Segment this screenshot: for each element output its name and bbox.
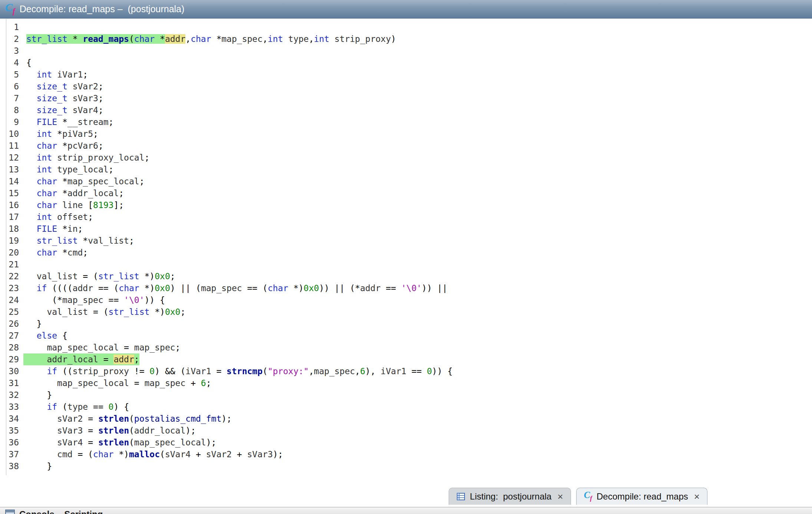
decompiler-code-panel[interactable]: 12str_list * read_maps(char *addr,char *… [6, 19, 812, 475]
code-line-text[interactable]: size_t sVar2; [23, 80, 103, 92]
code-line-text[interactable]: (*map_spec == '\0')) { [23, 294, 165, 306]
code-line[interactable]: 10 int *piVar5; [6, 128, 812, 140]
code-line-text[interactable]: FILE *__stream; [23, 116, 113, 128]
line-number: 5 [6, 69, 23, 80]
code-line[interactable]: 1 [6, 21, 812, 33]
code-line-text[interactable]: sVar4 = strlen(map_spec_local); [23, 436, 216, 448]
code-line-text[interactable]: if ((strip_proxy != 0) && (iVar1 = strnc… [23, 365, 452, 377]
code-line-text[interactable]: } [23, 389, 52, 401]
code-line[interactable]: 36 sVar4 = strlen(map_spec_local); [6, 436, 812, 448]
code-line-text[interactable]: addr_local = addr; [23, 353, 139, 365]
code-line-text[interactable]: val_list = (str_list *)0x0; [23, 306, 185, 318]
code-line-text[interactable]: val_list = (str_list *)0x0; [23, 270, 175, 282]
code-line[interactable]: 15 char *addr_local; [6, 187, 812, 199]
code-line[interactable]: 9 FILE *__stream; [6, 116, 812, 128]
code-line[interactable]: 18 FILE *in; [6, 223, 812, 235]
code-line[interactable]: 35 sVar3 = strlen(addr_local); [6, 425, 812, 436]
code-line[interactable]: 4{ [6, 57, 812, 69]
code-token: strlen [98, 438, 129, 447]
code-token: map_spec [221, 34, 263, 44]
code-token: size_t [37, 105, 67, 115]
code-line[interactable]: 17 int offset; [6, 211, 812, 223]
console-header[interactable]: Console – Scripting [0, 507, 812, 514]
code-token: , [185, 34, 191, 44]
code-line-text[interactable]: FILE *in; [23, 223, 83, 235]
code-line-text[interactable]: char *cmd; [23, 247, 88, 258]
code-line-text[interactable]: else { [23, 330, 67, 342]
code-token: == [103, 295, 124, 305]
tab-close-icon[interactable]: × [557, 492, 563, 501]
code-line[interactable]: 30 if ((strip_proxy != 0) && (iVar1 = st… [6, 365, 812, 377]
code-line-text[interactable]: int iVar1; [23, 69, 88, 80]
code-line[interactable]: 28 map_spec_local = map_spec; [6, 342, 812, 353]
code-line[interactable]: 5 int iVar1; [6, 69, 812, 80]
code-line[interactable]: 8 size_t sVar4; [6, 104, 812, 116]
code-line-text[interactable]: } [23, 318, 42, 330]
code-line-text[interactable]: } [23, 460, 52, 472]
code-token [26, 153, 37, 162]
code-line-text[interactable]: if ((((addr == (char *)0x0) || (map_spec… [23, 282, 448, 294]
tab-decompile[interactable]: Cf Decompile: read_maps × [576, 488, 707, 505]
code-line[interactable]: 38 } [6, 460, 812, 472]
code-line-text[interactable]: str_list * read_maps(char *addr,char *ma… [23, 33, 396, 45]
code-line[interactable]: 11 char *pcVar6; [6, 140, 812, 152]
code-line-text[interactable]: if (type == 0) { [23, 401, 129, 413]
code-line[interactable]: 29 addr_local = addr; [6, 353, 812, 365]
line-number: 28 [6, 342, 23, 353]
code-token: (((( [47, 283, 72, 293]
code-line[interactable]: 25 val_list = (str_list *)0x0; [6, 306, 812, 318]
tab-listing[interactable]: Listing: postjournala × [449, 488, 571, 505]
code-token [57, 200, 62, 210]
code-line-text[interactable]: char *pcVar6; [23, 140, 103, 152]
code-line-text[interactable]: map_spec_local = map_spec; [23, 342, 180, 353]
tab-close-icon[interactable]: × [694, 492, 700, 501]
code-line-text[interactable]: int type_local; [23, 164, 113, 175]
code-line[interactable]: 16 char line [8193]; [6, 199, 812, 211]
code-line[interactable]: 19 str_list *val_list; [6, 235, 812, 247]
code-line-text[interactable]: int strip_proxy_local; [23, 152, 149, 164]
code-line-text[interactable]: cmd = (char *)malloc(sVar4 + sVar2 + sVa… [23, 448, 283, 460]
code-line[interactable]: 20 char *cmd; [6, 247, 812, 258]
code-line[interactable]: 26 } [6, 318, 812, 330]
code-line[interactable]: 13 int type_local; [6, 164, 812, 175]
code-line[interactable]: 22 val_list = (str_list *)0x0; [6, 270, 812, 282]
code-token: *) [149, 307, 165, 317]
code-token: ); [206, 438, 217, 447]
code-line-text[interactable] [23, 21, 26, 33]
code-line-text[interactable]: map_spec_local = map_spec + 6; [23, 377, 211, 389]
code-line[interactable]: 37 cmd = (char *)malloc(sVar4 + sVar2 + … [6, 448, 812, 460]
code-token [26, 177, 37, 186]
code-line-text[interactable]: char *addr_local; [23, 187, 124, 199]
code-line-text[interactable]: char line [8193]; [23, 199, 124, 211]
code-line[interactable]: 6 size_t sVar2; [6, 80, 812, 92]
code-line-text[interactable]: str_list *val_list; [23, 235, 134, 247]
code-line[interactable]: 33 if (type == 0) { [6, 401, 812, 413]
code-line[interactable]: 23 if ((((addr == (char *)0x0) || (map_s… [6, 282, 812, 294]
code-line-text[interactable]: size_t sVar3; [23, 92, 103, 104]
code-line-text[interactable]: sVar3 = strlen(addr_local); [23, 425, 196, 436]
code-line[interactable]: 12 int strip_proxy_local; [6, 152, 812, 164]
code-line[interactable]: 14 char *map_spec_local; [6, 175, 812, 187]
code-line[interactable]: 24 (*map_spec == '\0')) { [6, 294, 812, 306]
code-line-text[interactable] [23, 258, 26, 270]
code-line-text[interactable]: char *map_spec_local; [23, 175, 145, 187]
code-line[interactable]: 32 } [6, 389, 812, 401]
code-line[interactable]: 7 size_t sVar3; [6, 92, 812, 104]
code-token: ); [221, 414, 232, 424]
code-line-text[interactable]: sVar2 = strlen(postalias_cmd_fmt); [23, 413, 232, 425]
code-line-text[interactable]: size_t sVar4; [23, 104, 103, 116]
code-line[interactable]: 34 sVar2 = strlen(postalias_cmd_fmt); [6, 413, 812, 425]
code-line[interactable]: 3 [6, 45, 812, 57]
code-line[interactable]: 31 map_spec_local = map_spec + 6; [6, 377, 812, 389]
code-token: ; [129, 236, 134, 246]
code-token: char [37, 177, 57, 186]
code-line[interactable]: 27 else { [6, 330, 812, 342]
code-line-text[interactable]: { [23, 57, 32, 69]
code-line-text[interactable] [23, 45, 26, 57]
code-line-text[interactable]: int *piVar5; [23, 128, 98, 140]
code-line-text[interactable]: int offset; [23, 211, 93, 223]
line-number: 33 [6, 401, 23, 413]
code-line[interactable]: 2str_list * read_maps(char *addr,char *m… [6, 33, 812, 45]
code-line[interactable]: 21 [6, 258, 812, 270]
window-titlebar[interactable]: Cf Decompile: read_maps – (postjournala) [0, 0, 812, 19]
